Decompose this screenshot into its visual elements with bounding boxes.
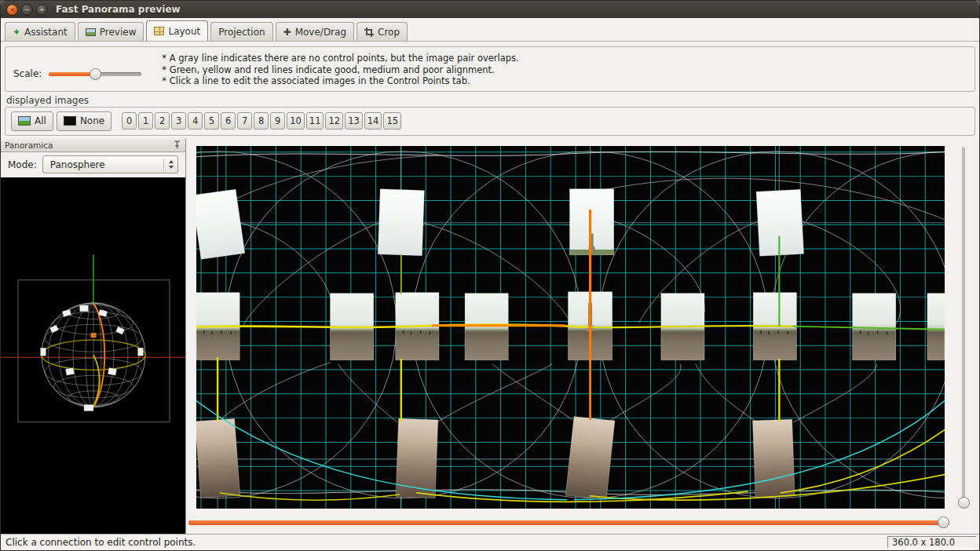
window-buttons: × − + [6, 4, 48, 16]
horizontal-fov-fill [188, 520, 949, 525]
scale-label: Scale: [13, 68, 42, 79]
tab-label: Layout [168, 26, 200, 37]
panel-title: Panoramica [5, 140, 53, 150]
help-line-3: * Click a line to edit the associated im… [162, 75, 518, 87]
minimize-icon: − [24, 6, 31, 13]
tab-layout[interactable]: Layout [146, 20, 208, 41]
image-toggle-button-8[interactable]: 8 [254, 112, 269, 130]
image-toggle-button-3[interactable]: 3 [171, 112, 186, 130]
movedrag-icon: ✚ [283, 27, 291, 37]
displayed-images-panel: All None 0123456789101112131415 [5, 107, 975, 136]
tab-label: Assistant [24, 27, 68, 38]
panel-header: Panoramica [1, 139, 185, 152]
layout-preview-pane [186, 139, 979, 535]
horizontal-fov-track[interactable] [188, 520, 949, 525]
scale-panel: Scale: * A gray line indicates there are… [5, 46, 975, 92]
tab-label: Move/Drag [295, 27, 346, 38]
tab-label: Preview [100, 27, 137, 38]
preview-icon [86, 28, 96, 36]
status-message: Click a connection to edit control point… [5, 537, 196, 548]
horizontal-fov-slider[interactable] [188, 516, 949, 528]
status-bar: Click a connection to edit control point… [1, 534, 979, 550]
panorama-image-thumbnail[interactable] [853, 293, 896, 359]
scale-row: Scale: [13, 61, 141, 87]
panorama-dimensions: 360.0 x 180.0 [887, 536, 977, 549]
panorama-image-thumbnail[interactable] [569, 188, 613, 254]
crop-icon [364, 27, 374, 37]
image-toggle-button-11[interactable]: 11 [306, 112, 324, 130]
sphere-preview[interactable] [1, 177, 185, 535]
image-toggle-button-12[interactable]: 12 [325, 112, 343, 130]
panorama-image-thumbnail[interactable] [753, 419, 795, 497]
image-toggle-button-10[interactable]: 10 [287, 112, 305, 130]
image-toggle-button-14[interactable]: 14 [364, 112, 382, 130]
tab-label: Crop [378, 27, 400, 38]
vertical-fov-knob[interactable] [958, 497, 970, 509]
scale-slider[interactable] [49, 68, 141, 80]
scale-slider-knob[interactable] [90, 68, 101, 80]
sphere-canvas[interactable] [1, 177, 185, 535]
image-number-buttons: 0123456789101112131415 [122, 112, 401, 130]
image-toggle-button-1[interactable]: 1 [138, 112, 153, 130]
panorama-image-thumbnail[interactable] [396, 418, 438, 498]
help-line-1: * A gray line indicates there are no con… [162, 53, 518, 64]
panorama-image-thumbnail[interactable] [465, 293, 508, 359]
assistant-icon: ✦ [13, 27, 20, 37]
show-none-button[interactable]: None [57, 111, 112, 131]
window-minimize-button[interactable]: − [21, 4, 33, 16]
show-all-button[interactable]: All [11, 111, 53, 131]
app-window: × − + Fast Panorama preview ✦AssistantPr… [0, 0, 980, 551]
none-images-icon [64, 116, 76, 126]
panoramica-panel: Panoramica Mode: Panosphere [1, 139, 186, 535]
tab-label: Projection [218, 27, 265, 38]
displayed-images-section: displayed images All None 01234567891011… [5, 95, 975, 136]
image-toggle-button-0[interactable]: 0 [122, 112, 137, 130]
combobox-arrows-icon [163, 159, 174, 171]
displayed-images-label: displayed images [6, 95, 975, 106]
pin-icon[interactable] [173, 140, 181, 149]
mode-combobox[interactable]: Panosphere [42, 155, 178, 173]
image-toggle-button-15[interactable]: 15 [383, 112, 401, 130]
tab-bar: ✦AssistantPreviewLayoutProjection✚Move/D… [1, 18, 979, 42]
image-toggle-button-7[interactable]: 7 [237, 112, 252, 130]
titlebar[interactable]: × − + Fast Panorama preview [1, 1, 979, 18]
vertical-fov-track[interactable] [962, 148, 965, 508]
mode-label: Mode: [8, 159, 37, 170]
window-title: Fast Panorama preview [56, 4, 181, 15]
all-button-label: All [35, 115, 46, 126]
image-toggle-button-6[interactable]: 6 [221, 112, 236, 130]
tab-projection[interactable]: Projection [210, 22, 272, 41]
scale-slider-fill [49, 72, 95, 76]
none-button-label: None [80, 115, 104, 126]
tab-crop[interactable]: Crop [357, 22, 408, 41]
tab-assistant[interactable]: ✦Assistant [5, 22, 75, 41]
image-toggle-button-13[interactable]: 13 [345, 112, 363, 130]
close-icon: × [9, 6, 16, 13]
tab-move-drag[interactable]: ✚Move/Drag [276, 22, 354, 41]
mode-row: Mode: Panosphere [1, 152, 185, 177]
image-toggle-button-2[interactable]: 2 [155, 112, 170, 130]
image-toggle-button-9[interactable]: 9 [270, 112, 285, 130]
image-toggle-button-4[interactable]: 4 [188, 112, 203, 130]
panorama-image-thumbnail[interactable] [196, 418, 240, 498]
image-toggle-button-5[interactable]: 5 [204, 112, 219, 130]
mode-value: Panosphere [50, 159, 163, 170]
panorama-layout-canvas[interactable] [196, 146, 945, 509]
vertical-fov-slider[interactable] [958, 146, 970, 509]
help-text: * A gray line indicates there are no con… [162, 51, 518, 87]
window-maximize-button[interactable]: + [36, 4, 48, 16]
maximize-icon: + [39, 6, 46, 13]
window-close-button[interactable]: × [6, 4, 18, 16]
panorama-image-thumbnail[interactable] [927, 293, 945, 359]
help-line-2: * Green, yellow and red lines indicate g… [162, 64, 518, 76]
tab-preview[interactable]: Preview [78, 22, 144, 41]
panorama-image-thumbnail[interactable] [565, 416, 615, 498]
main-area: Panoramica Mode: Panosphere [1, 139, 979, 535]
horizontal-fov-knob[interactable] [938, 516, 949, 528]
layout-icon [154, 27, 164, 35]
all-images-icon [18, 116, 31, 126]
panorama-image-thumbnail[interactable] [378, 188, 424, 255]
